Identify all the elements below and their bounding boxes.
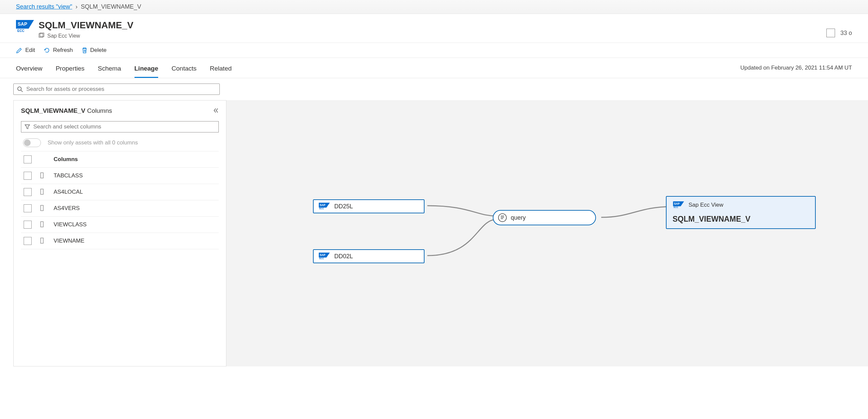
tab-schema[interactable]: Schema <box>98 58 121 78</box>
select-checkbox[interactable] <box>826 29 835 37</box>
delete-button[interactable]: Delete <box>82 47 106 54</box>
column-icon <box>40 188 45 196</box>
column-checkbox[interactable] <box>24 172 32 180</box>
chevron-right-icon: › <box>75 3 78 10</box>
svg-line-9 <box>21 90 23 92</box>
lineage-source-node[interactable]: DD25L <box>313 199 425 213</box>
lineage-source-node[interactable]: DD02L <box>313 249 425 263</box>
pencil-icon <box>16 47 23 54</box>
page-subtitle: Sap Ecc View <box>47 33 80 39</box>
column-checkbox[interactable] <box>24 221 32 229</box>
svg-point-8 <box>18 87 21 91</box>
column-filter-input[interactable] <box>33 124 215 130</box>
svg-point-15 <box>498 214 506 222</box>
edit-button[interactable]: Edit <box>16 47 35 54</box>
panel-title-suffix: Columns <box>87 107 112 114</box>
panel-title-prefix: SQLM_VIEWNAME_V <box>21 107 85 114</box>
asset-search-input[interactable] <box>26 86 216 93</box>
updated-text: Updated on February 26, 2021 11:54 AM UT <box>741 58 852 78</box>
column-row[interactable]: VIEWNAME <box>21 233 219 249</box>
lineage-process-node[interactable]: query <box>493 210 596 225</box>
column-row[interactable]: AS4LOCAL <box>21 184 219 200</box>
column-name: AS4VERS <box>54 205 80 212</box>
column-name: VIEWCLASS <box>54 221 87 228</box>
columns-header-row: Columns <box>21 151 219 167</box>
show-only-label: Show only assets with all 0 columns <box>48 139 138 146</box>
column-icon <box>40 205 45 212</box>
tabs: Overview Properties Schema Lineage Conta… <box>16 58 741 78</box>
tab-contacts[interactable]: Contacts <box>172 58 196 78</box>
columns-header-label: Columns <box>54 156 78 163</box>
sap-ecc-mini-icon <box>673 201 685 209</box>
refresh-button[interactable]: Refresh <box>43 47 73 54</box>
lineage-target-type: Sap Ecc View <box>688 202 723 208</box>
tab-related[interactable]: Related <box>210 58 232 78</box>
tab-row: Overview Properties Schema Lineage Conta… <box>0 58 868 78</box>
column-icon <box>40 221 45 229</box>
svg-rect-14 <box>41 238 43 243</box>
lineage-canvas[interactable]: DD25L DD02L query Sap Ecc View SQLM_VIEW… <box>226 100 868 366</box>
toolbar: Edit Refresh Delete <box>0 43 868 58</box>
columns-panel: SQLM_VIEWNAME_V Columns Show only assets… <box>13 100 226 366</box>
breadcrumb: Search results "view" › SQLM_VIEWNAME_V <box>0 0 868 14</box>
svg-rect-10 <box>41 173 43 178</box>
svg-rect-13 <box>41 222 43 227</box>
view-icon <box>39 33 44 39</box>
chevron-double-left-icon <box>213 107 219 114</box>
column-name: VIEWNAME <box>54 237 85 244</box>
lineage-edges <box>226 100 868 366</box>
column-icon <box>40 172 45 180</box>
page-title: SQLM_VIEWNAME_V <box>39 20 826 31</box>
sap-ecc-mini-icon <box>318 203 330 210</box>
edit-label: Edit <box>25 47 35 54</box>
column-name: TABCLASS <box>54 172 83 179</box>
svg-rect-11 <box>41 189 43 194</box>
refresh-icon <box>43 47 50 54</box>
asset-search[interactable] <box>13 84 220 95</box>
column-checkbox[interactable] <box>24 237 32 245</box>
breadcrumb-back-link[interactable]: Search results "view" <box>16 3 72 10</box>
refresh-label: Refresh <box>53 47 73 54</box>
svg-rect-12 <box>41 205 43 211</box>
tab-lineage[interactable]: Lineage <box>134 58 158 78</box>
filter-icon <box>25 124 30 129</box>
select-all-columns-checkbox[interactable] <box>24 155 32 163</box>
sap-ecc-mini-icon <box>318 253 330 260</box>
document-icon <box>498 213 507 222</box>
search-icon <box>17 86 23 92</box>
lineage-node-label: DD02L <box>334 253 353 260</box>
column-checkbox[interactable] <box>24 204 32 212</box>
column-row[interactable]: AS4VERS <box>21 200 219 216</box>
lineage-target-node[interactable]: Sap Ecc View SQLM_VIEWNAME_V <box>666 196 816 229</box>
tab-overview[interactable]: Overview <box>16 58 42 78</box>
lineage-process-label: query <box>511 214 526 221</box>
lineage-target-name: SQLM_VIEWNAME_V <box>673 215 750 224</box>
lineage-node-label: DD25L <box>334 203 353 210</box>
show-only-toggle[interactable] <box>23 138 41 147</box>
column-name: AS4LOCAL <box>54 189 83 195</box>
collapse-panel-button[interactable] <box>213 107 219 115</box>
tab-properties[interactable]: Properties <box>56 58 85 78</box>
column-row[interactable]: TABCLASS <box>21 167 219 184</box>
breadcrumb-current: SQLM_VIEWNAME_V <box>81 3 141 10</box>
column-checkbox[interactable] <box>24 188 32 196</box>
sap-ecc-logo-icon <box>16 20 34 35</box>
column-row[interactable]: VIEWCLASS <box>21 216 219 233</box>
header-count: 33 o <box>840 30 852 37</box>
column-icon <box>40 237 45 245</box>
page-header: SQLM_VIEWNAME_V Sap Ecc View 33 o <box>0 14 868 43</box>
trash-icon <box>82 47 88 54</box>
column-filter[interactable] <box>21 121 219 132</box>
delete-label: Delete <box>90 47 106 54</box>
